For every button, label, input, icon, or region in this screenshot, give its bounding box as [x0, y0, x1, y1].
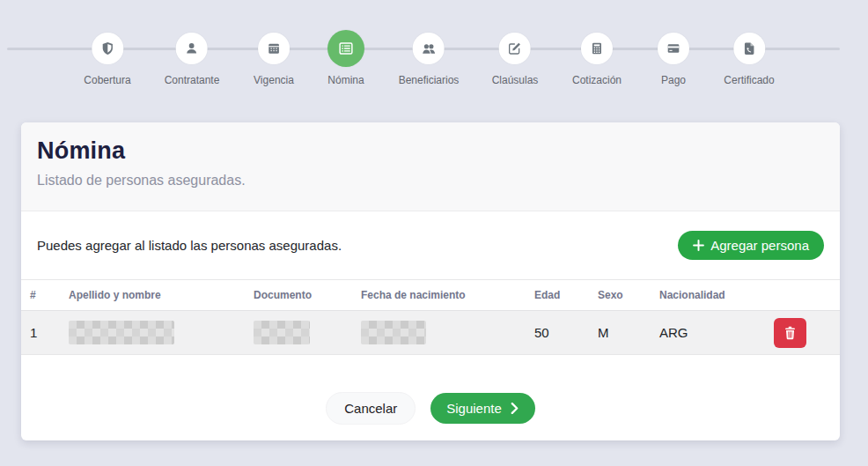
step-label: Claúsulas — [492, 74, 539, 86]
page-subtitle: Listado de personas aseguradas. — [37, 173, 824, 189]
step-circle — [658, 33, 689, 64]
screen: Cobertura Contratante — [0, 0, 868, 466]
chevron-right-icon — [510, 403, 519, 414]
wizard-stepper: Cobertura Contratante — [0, 0, 868, 106]
step-label: Pago — [661, 74, 686, 86]
cell-sex: M — [589, 311, 651, 355]
people-icon — [421, 41, 436, 56]
nomina-card: Nómina Listado de personas aseguradas. P… — [21, 122, 840, 440]
step-circle — [733, 33, 765, 64]
col-header-document: Documento — [245, 280, 352, 311]
redacted-name — [69, 321, 174, 344]
pdf-file-icon — [742, 41, 756, 55]
person-icon — [185, 41, 199, 55]
step-label: Cotización — [572, 74, 622, 86]
step-certificado[interactable]: Certificado — [724, 33, 774, 86]
col-header-actions — [758, 280, 840, 311]
cell-nationality: ARG — [651, 311, 758, 355]
step-label: Contratante — [165, 74, 220, 86]
cell-document — [245, 311, 352, 355]
list-icon — [338, 41, 354, 56]
table-header-row: # Apellido y nombre Documento Fecha de n… — [21, 280, 840, 311]
credit-card-icon — [666, 41, 680, 55]
col-header-sex: Sexo — [589, 280, 651, 311]
next-button[interactable]: Siguiente — [430, 393, 535, 424]
step-circle — [92, 33, 123, 64]
step-pago[interactable]: Pago — [658, 33, 689, 86]
cell-num: 1 — [21, 311, 60, 355]
step-circle — [327, 30, 364, 67]
edit-icon — [508, 41, 522, 55]
cell-name — [60, 311, 245, 355]
redacted-document — [254, 321, 310, 344]
cell-actions — [758, 311, 840, 355]
table-row: 1 50 M ARG — [21, 311, 840, 355]
plus-icon — [693, 240, 704, 251]
delete-row-button[interactable] — [774, 318, 806, 348]
shield-icon — [100, 41, 114, 55]
step-cobertura[interactable]: Cobertura — [84, 33, 130, 86]
col-header-name: Apellido y nombre — [60, 280, 245, 311]
col-header-age: Edad — [526, 280, 589, 311]
step-circle — [258, 33, 290, 64]
col-header-nationality: Nacionalidad — [651, 280, 758, 311]
page-title: Nómina — [37, 137, 824, 165]
step-beneficiarios[interactable]: Beneficiarios — [399, 33, 460, 86]
trash-icon — [783, 326, 797, 340]
helper-text: Puedes agregar al listado las personas a… — [37, 238, 342, 253]
step-cotizacion[interactable]: Cotización — [572, 33, 622, 86]
helper-row: Puedes agregar al listado las personas a… — [21, 211, 840, 279]
add-person-label: Agregar persona — [710, 238, 809, 253]
step-label: Certificado — [724, 74, 774, 86]
step-label: Vigencia — [254, 74, 294, 86]
step-clausulas[interactable]: Claúsulas — [492, 33, 539, 86]
col-header-num: # — [21, 280, 60, 311]
add-person-button[interactable]: Agregar persona — [678, 231, 824, 260]
step-contratante[interactable]: Contratante — [165, 33, 220, 86]
footer-actions: Cancelar Siguiente — [21, 392, 840, 425]
calculator-icon — [590, 41, 604, 55]
cancel-button[interactable]: Cancelar — [326, 392, 416, 425]
step-circle — [499, 33, 531, 64]
step-label: Cobertura — [84, 74, 130, 86]
step-label: Nómina — [327, 74, 364, 86]
cell-age: 50 — [526, 311, 589, 355]
step-vigencia[interactable]: Vigencia — [254, 33, 294, 86]
step-circle — [176, 33, 208, 64]
step-nomina-active[interactable]: Nómina — [327, 33, 364, 86]
next-button-label: Siguiente — [446, 401, 502, 416]
step-circle — [413, 33, 445, 64]
col-header-birthdate: Fecha de nacimiento — [352, 280, 526, 311]
calendar-icon — [267, 41, 281, 55]
step-circle — [581, 33, 613, 64]
step-label: Beneficiarios — [399, 74, 460, 86]
cell-birthdate — [352, 311, 526, 355]
redacted-birthdate — [361, 321, 426, 344]
card-header: Nómina Listado de personas aseguradas. — [21, 122, 840, 211]
insured-persons-table: # Apellido y nombre Documento Fecha de n… — [21, 279, 840, 355]
